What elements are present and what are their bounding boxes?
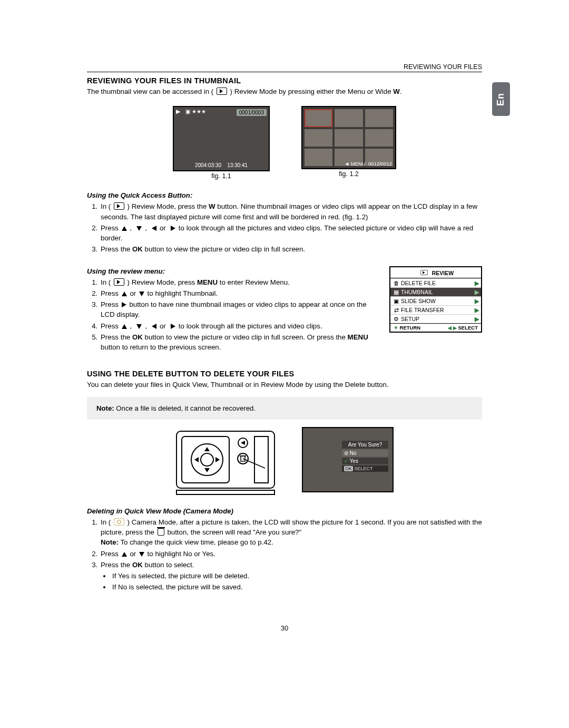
- fig12-menu: MENU: [351, 161, 366, 167]
- page-number: 30: [87, 624, 482, 632]
- delete-heading: Deleting in Quick View Mode (Camera Mode…: [87, 507, 482, 515]
- delete-step-3: Press the OK button to select. If Yes is…: [100, 560, 482, 593]
- language-tab-label: En: [495, 92, 506, 105]
- camera-icon: [114, 518, 124, 526]
- svg-rect-1: [176, 490, 274, 494]
- play-rect-icon: [420, 270, 428, 275]
- t: W: [393, 88, 400, 95]
- chevron-right-icon: ▶: [475, 289, 479, 295]
- triangle-up-icon: [122, 292, 127, 296]
- fig12-counter: 0012/0012: [368, 161, 392, 167]
- quick-step-3: Press the OK button to view the picture …: [100, 244, 482, 254]
- chevron-right-icon: ▶: [475, 307, 479, 313]
- fig11-caption: fig. 1.1: [173, 172, 270, 180]
- triangle-down-icon: [139, 552, 144, 557]
- slideshow-icon: ▣: [393, 298, 400, 304]
- review-step-2: Press or to highlight Thumbnail.: [100, 288, 381, 298]
- delete-step-1: In ( ) Camera Mode, after a picture is t…: [100, 517, 482, 548]
- popup-select: OK SELECT: [342, 465, 388, 472]
- triangle-left-icon: ◀: [448, 325, 452, 331]
- stars-icon: ▣ ★★★: [185, 109, 206, 114]
- play-rect-icon: [217, 88, 227, 95]
- chevron-right-icon: ▶: [475, 316, 479, 322]
- svg-point-4: [201, 453, 213, 466]
- triangle-right-icon: [122, 302, 126, 307]
- note-box: Note: Once a file is deleted, it cannot …: [87, 397, 482, 420]
- bullet-yes: If Yes is selected, the picture will be …: [111, 571, 482, 581]
- chevron-right-icon: ▶: [475, 280, 479, 286]
- review-menu-box: REVIEW 🗑DELETE FILE▶ ▦THUMBNAIL▶ ▣SLIDE …: [389, 266, 482, 333]
- triangle-up-icon: [122, 226, 127, 231]
- review-step-5: Press the OK button to view the picture …: [100, 332, 381, 353]
- bullet-no: If No is selected, the picture will be s…: [111, 582, 482, 592]
- triangle-left-icon: [152, 226, 156, 231]
- delete-step-2: Press or to highlight No or Yes.: [100, 549, 482, 559]
- triangle-up-icon: [122, 552, 127, 557]
- triangle-down-icon: [136, 226, 142, 231]
- fig-1-1-lcd: ▶ ▣ ★★★ 0001/0003 2004:03:30 13:30:41: [173, 106, 270, 171]
- language-tab: En: [492, 82, 510, 116]
- section1-intro: The thumbnail view can be accessed in ( …: [87, 87, 482, 96]
- review-step-1: In ( ) Review Mode, press MENU to enter …: [100, 277, 381, 287]
- t: ) Review Mode by pressing either the Men…: [230, 88, 394, 95]
- triangle-right-icon: ▶: [453, 325, 457, 331]
- triangle-up-icon: [122, 324, 127, 329]
- section1-title: REVIEWING YOUR FILES IN THUMBNAIL: [87, 76, 482, 85]
- grid-icon: ▦: [393, 289, 400, 295]
- header-rule: [87, 72, 482, 72]
- trash-icon: [158, 528, 164, 536]
- section2-title: USING THE DELETE BUTTON TO DELETE YOUR F…: [87, 370, 482, 378]
- t: .: [400, 88, 402, 95]
- quick-step-1: In ( ) Review Mode, press the W button. …: [100, 201, 482, 222]
- fig-1-2-lcd: ◄ MENU 0012/0012: [301, 106, 396, 169]
- delete-confirm-lcd: Are You Sure? ⊘ No ✔ Yes OK SELECT: [302, 427, 394, 492]
- triangle-left-icon: [152, 324, 156, 329]
- review-step-4: Press , , or to look through all the pic…: [100, 321, 381, 331]
- quick-step-2: Press , , or to look through all the pic…: [100, 223, 482, 244]
- note-body: Once a file is deleted, it cannot be rec…: [114, 404, 256, 412]
- fig11-counter: 0001/0003: [237, 109, 267, 116]
- triangle-down-icon: ▼: [394, 325, 398, 331]
- transfer-icon: ⇄: [393, 307, 400, 313]
- play-rect-icon: [114, 278, 124, 286]
- popup-yes: ✔ Yes: [342, 458, 388, 464]
- popup-question: Are You Sure?: [342, 441, 388, 449]
- fig11-time: 13:30:41: [227, 162, 248, 168]
- triangle-right-icon: [171, 324, 175, 329]
- triangle-down-icon: [136, 324, 142, 329]
- t: The thumbnail view can be accessed in (: [87, 88, 215, 95]
- review-step-3: Press button to have nine thumbnail imag…: [100, 299, 381, 320]
- camera-back-illustration: [175, 427, 276, 496]
- fig11-date: 2004:03:30: [195, 162, 221, 168]
- fig12-caption: fig. 1.2: [301, 170, 396, 178]
- note-label: Note:: [96, 404, 114, 412]
- play-icon: ▶: [176, 108, 180, 115]
- quick-heading: Using the Quick Access Button:: [87, 191, 482, 199]
- header-breadcrumb: REVIEWING YOUR FILES: [87, 63, 482, 71]
- svg-rect-9: [254, 436, 268, 483]
- section2-intro: You can delete your files in Quick View,…: [87, 380, 482, 390]
- play-rect-icon: [114, 202, 124, 210]
- triangle-right-icon: [171, 226, 175, 231]
- chevron-right-icon: ▶: [475, 298, 479, 304]
- popup-no: ⊘ No: [342, 450, 388, 457]
- setup-icon: ⚙: [393, 316, 400, 322]
- trash-icon: 🗑: [393, 280, 400, 286]
- triangle-down-icon: [139, 292, 144, 296]
- review-heading: Using the review menu:: [87, 267, 381, 275]
